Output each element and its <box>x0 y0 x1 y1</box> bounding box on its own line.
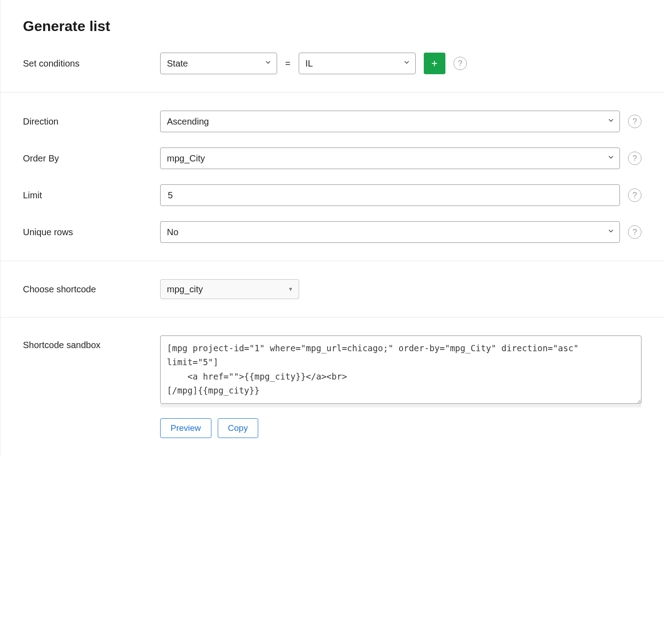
condition-field-value: State <box>167 58 188 69</box>
sandbox-buttons: Preview Copy <box>160 418 642 438</box>
section-conditions: Generate list Set conditions State = IL <box>0 0 664 93</box>
help-icon[interactable]: ? <box>453 57 467 70</box>
row-unique-rows: Unique rows No ? <box>23 221 642 243</box>
condition-field-select[interactable]: State <box>160 53 277 74</box>
row-choose-shortcode: Choose shortcode mpg_city ▼ <box>23 279 642 299</box>
section-shortcode: Choose shortcode mpg_city ▼ <box>0 261 664 318</box>
generate-list-panel: Generate list Set conditions State = IL <box>0 0 664 456</box>
limit-input[interactable] <box>167 190 613 201</box>
controls-set-conditions: State = IL + ? <box>160 53 642 74</box>
add-condition-button[interactable]: + <box>424 53 445 74</box>
sandbox-textarea[interactable] <box>160 335 642 404</box>
condition-operator: = <box>285 58 291 69</box>
triangle-down-icon: ▼ <box>288 286 293 292</box>
section-ordering: Direction Ascending ? Order By mpg_City <box>0 93 664 261</box>
controls-direction: Ascending ? <box>160 111 642 132</box>
label-limit: Limit <box>23 190 160 201</box>
order-by-value: mpg_City <box>167 153 205 164</box>
help-icon[interactable]: ? <box>628 188 642 202</box>
label-direction: Direction <box>23 116 160 127</box>
shortcode-select[interactable]: mpg_city ▼ <box>160 279 299 299</box>
chevron-down-icon <box>264 58 272 69</box>
plus-icon: + <box>431 58 438 69</box>
limit-input-wrapper <box>160 184 620 206</box>
controls-order-by: mpg_City ? <box>160 148 642 169</box>
row-set-conditions: Set conditions State = IL + <box>23 53 642 74</box>
unique-rows-select[interactable]: No <box>160 221 620 243</box>
row-limit: Limit ? <box>23 184 642 206</box>
copy-button[interactable]: Copy <box>218 418 258 438</box>
row-order-by: Order By mpg_City ? <box>23 148 642 169</box>
textarea-bottom-shadow <box>160 404 642 407</box>
page-title: Generate list <box>23 18 642 35</box>
chevron-down-icon <box>607 116 615 127</box>
direction-value: Ascending <box>167 116 209 127</box>
label-set-conditions: Set conditions <box>23 58 160 69</box>
label-unique-rows: Unique rows <box>23 227 160 237</box>
direction-select[interactable]: Ascending <box>160 111 620 132</box>
controls-choose-shortcode: mpg_city ▼ <box>160 279 642 299</box>
chevron-down-icon <box>607 227 615 237</box>
condition-value-select[interactable]: IL <box>299 53 416 74</box>
help-icon[interactable]: ? <box>628 115 642 128</box>
order-by-select[interactable]: mpg_City <box>160 148 620 169</box>
section-sandbox: Shortcode sandbox Preview Copy <box>0 318 664 456</box>
chevron-down-icon <box>403 58 411 69</box>
label-choose-shortcode: Choose shortcode <box>23 284 160 295</box>
help-icon[interactable]: ? <box>628 152 642 165</box>
sandbox-area: Preview Copy <box>160 335 642 438</box>
row-sandbox: Shortcode sandbox Preview Copy <box>23 335 642 438</box>
label-order-by: Order By <box>23 153 160 164</box>
controls-unique-rows: No ? <box>160 221 642 243</box>
shortcode-value: mpg_city <box>167 284 203 295</box>
label-sandbox: Shortcode sandbox <box>23 335 160 350</box>
controls-limit: ? <box>160 184 642 206</box>
chevron-down-icon <box>607 153 615 164</box>
condition-value-text: IL <box>305 58 313 69</box>
help-icon[interactable]: ? <box>628 225 642 239</box>
unique-rows-value: No <box>167 227 179 237</box>
row-direction: Direction Ascending ? <box>23 111 642 132</box>
preview-button[interactable]: Preview <box>160 418 211 438</box>
